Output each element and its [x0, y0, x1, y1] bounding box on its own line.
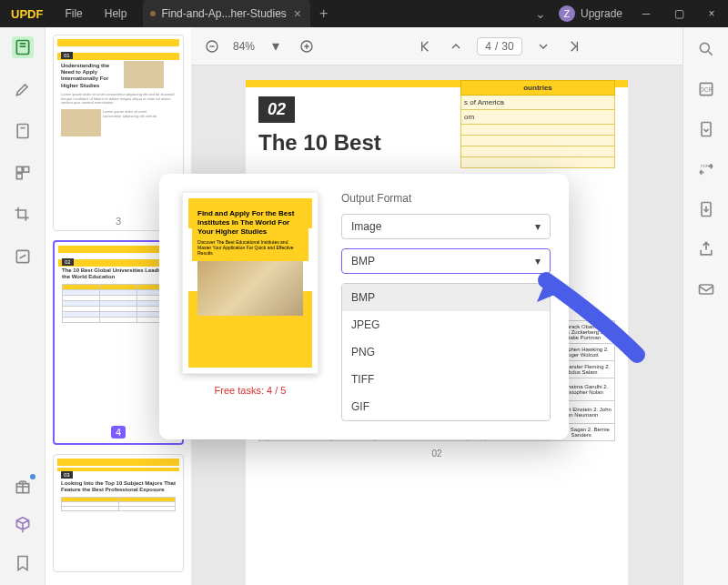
export-modal: Find and Apply For the Best Institutes I…: [159, 174, 569, 439]
subformat-dropdown: BMP JPEG PNG TIFF GIF: [341, 283, 551, 421]
dropdown-option-tiff[interactable]: TIFF: [342, 366, 550, 393]
tab-indicator-icon: [150, 11, 156, 16]
tab-title: Find-and-Ap...her-Studies: [161, 7, 286, 20]
upgrade-label: Upgrade: [581, 7, 622, 20]
tab-close-icon[interactable]: ×: [292, 6, 303, 21]
minimize-icon[interactable]: ─: [630, 0, 662, 27]
dropdown-option-png[interactable]: PNG: [342, 338, 550, 366]
export-preview: Find and Apply For the Best Institutes I…: [182, 192, 318, 374]
dropdown-option-jpeg[interactable]: JPEG: [342, 311, 550, 338]
menu-help[interactable]: Help: [94, 7, 138, 20]
avatar: Z: [559, 5, 575, 22]
titlebar: UPDF File Help Find-and-Ap...her-Studies…: [0, 0, 728, 27]
dropdown-option-bmp[interactable]: BMP: [342, 284, 550, 311]
app-logo: UPDF: [0, 7, 54, 21]
subformat-select[interactable]: BMP ▾: [341, 248, 551, 274]
chevron-down-icon[interactable]: ⌄: [530, 6, 551, 21]
format-select[interactable]: Image ▾: [341, 214, 551, 239]
maximize-icon[interactable]: ▢: [662, 0, 695, 27]
dropdown-option-gif[interactable]: GIF: [342, 393, 550, 420]
close-icon[interactable]: ×: [695, 0, 728, 27]
menu-file[interactable]: File: [54, 7, 93, 20]
modal-backdrop: Find and Apply For the Best Institutes I…: [0, 27, 728, 585]
document-tab[interactable]: Find-and-Ap...her-Studies ×: [143, 0, 310, 27]
window-controls: ─ ▢ ×: [630, 0, 728, 27]
chevron-down-icon: ▾: [535, 255, 541, 267]
tab-add-icon[interactable]: +: [310, 5, 337, 22]
upgrade-button[interactable]: Z Upgrade: [551, 5, 630, 22]
output-format-label: Output Format: [341, 192, 551, 205]
free-tasks-label: Free tasks: 4 / 5: [215, 385, 287, 396]
chevron-down-icon: ▾: [535, 220, 541, 233]
